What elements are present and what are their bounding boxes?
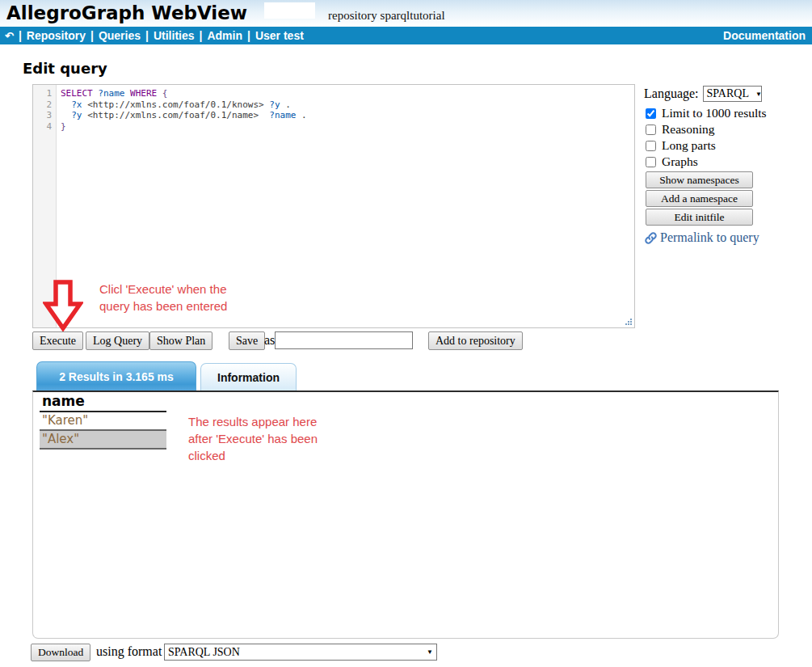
checkbox-input-long-parts[interactable] (646, 141, 656, 151)
language-select[interactable]: SPARQL ▼ (703, 86, 762, 102)
code-token: ?y (71, 110, 87, 120)
result-cell[interactable]: "Karen" (40, 412, 166, 430)
tab-2-results-in-3-165-ms[interactable]: 2 Results in 3.165 ms (36, 361, 196, 390)
download-button[interactable]: Download (31, 644, 90, 661)
page-title: Edit query (23, 60, 107, 77)
code-line: ?y <http://xmlns.com/foaf/0.1/name> ?nam… (61, 110, 634, 121)
nav-item-admin[interactable]: Admin (207, 29, 242, 42)
tab-information[interactable]: Information (200, 363, 297, 390)
nav-separator: | (90, 29, 94, 42)
checkbox-limit-to-1000-results[interactable]: Limit to 1000 results (644, 105, 812, 121)
result-cell[interactable]: "Alex" (40, 430, 166, 449)
code-token: ?name (98, 88, 130, 99)
log-query-button[interactable]: Log Query (86, 331, 149, 350)
code-line: } (61, 121, 634, 133)
resize-grip-icon[interactable] (624, 317, 633, 326)
save-as-label: as (264, 333, 275, 348)
table-row[interactable]: "Karen" (40, 412, 166, 430)
language-label: Language: (644, 87, 699, 101)
language-select-value: SPARQL (707, 87, 749, 100)
execute-button[interactable]: Execute (32, 331, 83, 350)
query-options-sidebar: Language: SPARQL ▼ Limit to 1000 results… (644, 86, 812, 245)
code-token: ?name (269, 110, 296, 120)
nav-item-documentation[interactable]: Documentation (723, 29, 806, 42)
namespace-buttons: Show namespacesAdd a namespaceEdit initf… (644, 171, 812, 226)
results-tabs: 2 Results in 3.165 msInformation (36, 361, 297, 390)
link-chain-icon (644, 231, 658, 245)
nav-item-user-test[interactable]: User test (255, 29, 304, 42)
line-number: 2 (33, 99, 52, 111)
code-token (61, 110, 71, 120)
chevron-down-icon: ▼ (755, 91, 762, 98)
save-button[interactable]: Save (229, 331, 265, 350)
repository-label: repository sparqltutorial (328, 9, 445, 23)
nav-links: ↶|Repository|Queries|Utilities|Admin|Use… (5, 29, 304, 42)
results-body: "Karen""Alex" (40, 412, 166, 449)
nav-item-queries[interactable]: Queries (99, 29, 141, 42)
save-name-input[interactable] (275, 331, 413, 349)
code-token: <http://xmlns.com/foaf/0.1/name> (87, 110, 259, 120)
using-format-label: using format (96, 644, 162, 659)
nav-item-utilities[interactable]: Utilities (154, 29, 195, 42)
code-line: ?x <http://xmlns.com/foaf/0.1/knows> ?y … (61, 99, 634, 111)
checkbox-reasoning[interactable]: Reasoning (644, 121, 812, 137)
line-number: 1 (33, 88, 52, 99)
code-token: <http://xmlns.com/foaf/0.1/knows> (87, 99, 264, 110)
nav-separator: | (200, 29, 203, 42)
column-header-name: name (40, 393, 166, 412)
nav-separator: | (19, 29, 22, 42)
nav-bar: ↶|Repository|Queries|Utilities|Admin|Use… (0, 27, 812, 44)
results-panel: name "Karen""Alex" (32, 390, 779, 639)
code-token: ?y (269, 99, 280, 110)
edit-initfile-button[interactable]: Edit initfile (646, 209, 753, 226)
table-row[interactable]: "Alex" (40, 430, 166, 449)
chevron-down-icon: ▼ (427, 648, 433, 656)
code-line: SELECT ?name WHERE { (61, 88, 634, 99)
checkbox-label: Long parts (662, 138, 716, 153)
checkbox-input-graphs[interactable] (646, 157, 656, 167)
results-annotation-text: The results appear here after 'Execute' … (188, 413, 318, 464)
code-token: { (162, 88, 168, 99)
line-number: 3 (33, 110, 52, 121)
code-token: SELECT (61, 88, 98, 99)
checkbox-input-reasoning[interactable] (646, 125, 656, 135)
option-checkboxes: Limit to 1000 resultsReasoningLong parts… (644, 105, 812, 170)
redaction-patch (264, 2, 315, 19)
checkbox-label: Limit to 1000 results (662, 106, 767, 120)
back-icon[interactable]: ↶ (5, 30, 14, 42)
code-token (259, 110, 269, 120)
code-token: . (280, 99, 291, 110)
nav-item-repository[interactable]: Repository (27, 29, 86, 42)
checkbox-label: Reasoning (662, 122, 714, 137)
code-token: . (296, 110, 306, 120)
app-title: AllegroGraph WebView (6, 2, 247, 23)
checkbox-graphs[interactable]: Graphs (644, 154, 812, 170)
checkbox-input-limit-to-1000-results[interactable] (646, 108, 656, 119)
add-to-repository-button[interactable]: Add to repository (428, 331, 523, 350)
permalink-label: Permalink to query (660, 230, 759, 245)
red-down-arrow-annotation (43, 280, 83, 331)
code-token: ?x (71, 99, 87, 110)
code-token: WHERE (130, 88, 162, 99)
permalink-to-query-link[interactable]: Permalink to query (644, 230, 812, 245)
execute-annotation-text: Clicl 'Execute' when the query has been … (99, 281, 227, 315)
line-number: 4 (33, 121, 52, 133)
results-table: name "Karen""Alex" (40, 393, 166, 450)
nav-separator: | (145, 29, 149, 42)
code-token (61, 99, 71, 110)
add-a-namespace-button[interactable]: Add a namespace (646, 190, 753, 207)
format-select[interactable]: SPARQL JSON ▼ (164, 644, 437, 661)
checkbox-label: Graphs (662, 154, 698, 169)
results-header-row: name (40, 393, 166, 412)
show-namespaces-button[interactable]: Show namespaces (646, 171, 753, 188)
format-select-value: SPARQL JSON (168, 646, 240, 659)
show-plan-button[interactable]: Show Plan (149, 331, 212, 350)
code-token: } (61, 121, 66, 132)
page: AllegroGraph WebView repository sparqltu… (0, 0, 812, 667)
checkbox-long-parts[interactable]: Long parts (644, 137, 812, 154)
nav-separator: | (247, 29, 250, 42)
